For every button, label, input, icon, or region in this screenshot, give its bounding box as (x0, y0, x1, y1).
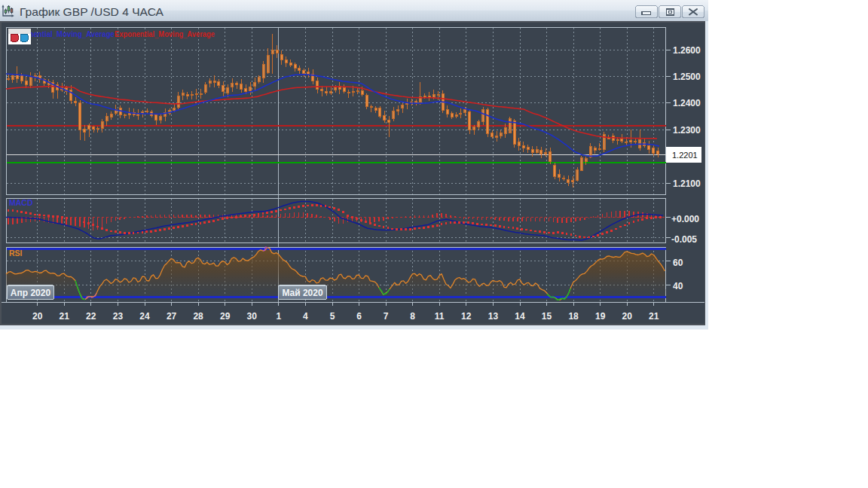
svg-text:20: 20 (622, 311, 633, 322)
svg-text:1.2100: 1.2100 (673, 178, 701, 189)
svg-text:5: 5 (330, 311, 335, 322)
svg-text:График GBP /USD 4 ЧАСА: График GBP /USD 4 ЧАСА (20, 5, 164, 18)
svg-text:27: 27 (167, 311, 177, 322)
svg-text:6: 6 (356, 311, 362, 322)
svg-text:11: 11 (435, 311, 445, 322)
svg-text:30: 30 (247, 311, 258, 322)
svg-text:Май 2020: Май 2020 (282, 288, 323, 298)
svg-text:Апр 2020: Апр 2020 (11, 288, 51, 298)
svg-text:MACD: MACD (9, 198, 33, 207)
svg-text:13: 13 (488, 311, 499, 322)
svg-text:7: 7 (384, 311, 389, 322)
svg-text:14: 14 (515, 311, 525, 322)
svg-text:Exponential_Moving_Average: Exponential_Moving_Average (115, 29, 215, 38)
svg-text:+0.000: +0.000 (671, 214, 699, 224)
svg-text:60: 60 (673, 258, 683, 268)
svg-text:RSI: RSI (9, 249, 23, 258)
svg-text:1: 1 (276, 311, 281, 322)
svg-text:21: 21 (649, 311, 659, 322)
svg-text:1.2201: 1.2201 (672, 151, 698, 160)
svg-text:1.2300: 1.2300 (673, 125, 701, 136)
svg-text:19: 19 (595, 311, 606, 322)
svg-text:8: 8 (410, 311, 415, 322)
svg-text:29: 29 (220, 311, 231, 322)
svg-text:1.2600: 1.2600 (673, 45, 701, 56)
svg-text:23: 23 (113, 311, 124, 322)
svg-text:4: 4 (303, 311, 308, 322)
svg-text:28: 28 (193, 311, 203, 322)
svg-text:15: 15 (542, 311, 552, 322)
svg-text:18: 18 (568, 311, 579, 322)
svg-text:24: 24 (139, 311, 150, 322)
svg-text:1.2500: 1.2500 (673, 72, 701, 82)
svg-text:1.2400: 1.2400 (673, 98, 701, 108)
svg-text:20: 20 (32, 311, 43, 322)
svg-text:-0.005: -0.005 (671, 234, 697, 245)
svg-text:40: 40 (673, 281, 683, 291)
svg-text:12: 12 (461, 311, 472, 322)
svg-text:22: 22 (86, 311, 96, 322)
svg-text:21: 21 (60, 311, 70, 322)
